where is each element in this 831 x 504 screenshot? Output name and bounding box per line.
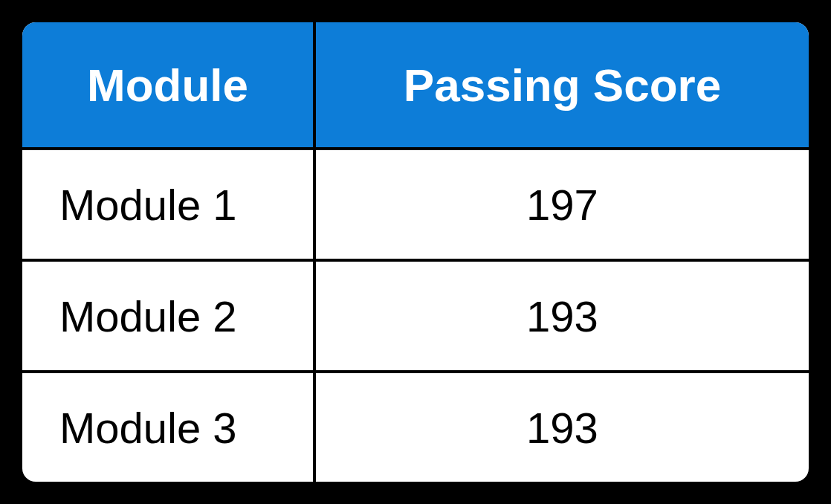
cell-module: Module 3 bbox=[22, 373, 316, 482]
table-row: Module 2 193 bbox=[22, 259, 809, 370]
cell-score: 193 bbox=[316, 262, 809, 370]
cell-module: Module 1 bbox=[22, 150, 316, 259]
cell-score: 197 bbox=[316, 150, 809, 259]
header-module: Module bbox=[22, 22, 316, 147]
table-row: Module 3 193 bbox=[22, 370, 809, 482]
passing-score-table: Module Passing Score Module 1 197 Module… bbox=[22, 22, 809, 482]
header-passing-score: Passing Score bbox=[316, 22, 809, 147]
cell-score: 193 bbox=[316, 373, 809, 482]
cell-module: Module 2 bbox=[22, 262, 316, 370]
table-header-row: Module Passing Score bbox=[22, 22, 809, 147]
table-row: Module 1 197 bbox=[22, 147, 809, 259]
